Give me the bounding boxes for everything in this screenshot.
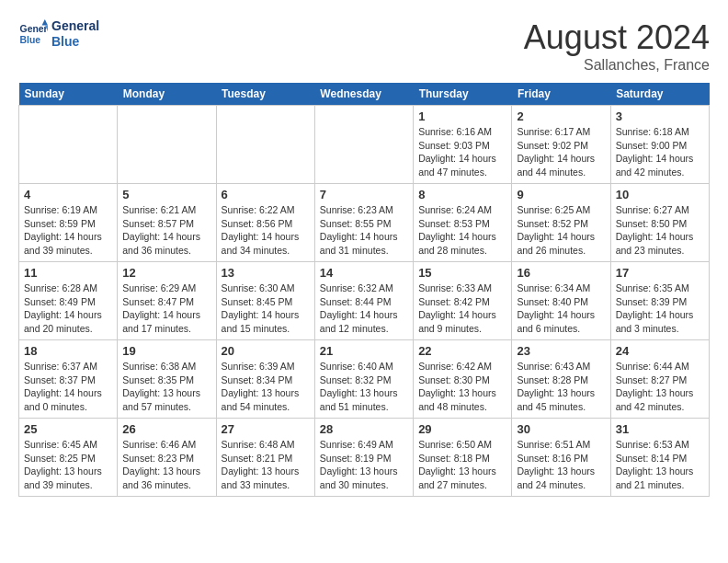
date-number: 5 xyxy=(122,188,210,201)
date-number: 28 xyxy=(320,422,408,436)
cell-info: Sunrise: 6:46 AM Sunset: 8:23 PM Dayligh… xyxy=(122,438,210,492)
cell-info: Sunrise: 6:22 AM Sunset: 8:56 PM Dayligh… xyxy=(222,203,310,258)
calendar-cell: 5Sunrise: 6:21 AM Sunset: 8:57 PM Daylig… xyxy=(118,184,216,262)
calendar-cell xyxy=(19,106,118,184)
cell-info: Sunrise: 6:51 AM Sunset: 8:16 PM Dayligh… xyxy=(517,438,605,492)
calendar-cell: 24Sunrise: 6:44 AM Sunset: 8:27 PM Dayli… xyxy=(610,340,709,419)
date-number: 23 xyxy=(517,344,605,358)
week-row-1: 1Sunrise: 6:16 AM Sunset: 9:03 PM Daylig… xyxy=(19,106,710,184)
calendar-cell: 19Sunrise: 6:38 AM Sunset: 8:35 PM Dayli… xyxy=(118,340,216,419)
cell-info: Sunrise: 6:29 AM Sunset: 8:47 PM Dayligh… xyxy=(122,282,210,336)
cell-info: Sunrise: 6:42 AM Sunset: 8:30 PM Dayligh… xyxy=(418,360,506,414)
cell-info: Sunrise: 6:21 AM Sunset: 8:57 PM Dayligh… xyxy=(122,203,210,258)
date-number: 26 xyxy=(122,422,210,436)
cell-info: Sunrise: 6:44 AM Sunset: 8:27 PM Dayligh… xyxy=(616,360,704,414)
cell-info: Sunrise: 6:24 AM Sunset: 8:53 PM Dayligh… xyxy=(418,203,506,258)
page-title: August 2024 xyxy=(524,18,710,57)
cell-info: Sunrise: 6:16 AM Sunset: 9:03 PM Dayligh… xyxy=(418,125,506,179)
date-number: 27 xyxy=(222,422,310,436)
cell-info: Sunrise: 6:35 AM Sunset: 8:39 PM Dayligh… xyxy=(616,282,704,336)
date-number: 22 xyxy=(418,344,506,358)
date-number: 17 xyxy=(616,266,704,280)
cell-info: Sunrise: 6:25 AM Sunset: 8:52 PM Dayligh… xyxy=(517,203,605,258)
cell-info: Sunrise: 6:23 AM Sunset: 8:55 PM Dayligh… xyxy=(320,203,408,258)
calendar-cell: 25Sunrise: 6:45 AM Sunset: 8:25 PM Dayli… xyxy=(19,419,118,497)
day-headers-row: SundayMondayTuesdayWednesdayThursdayFrid… xyxy=(19,83,710,106)
cell-info: Sunrise: 6:38 AM Sunset: 8:35 PM Dayligh… xyxy=(122,360,210,414)
calendar-cell: 14Sunrise: 6:32 AM Sunset: 8:44 PM Dayli… xyxy=(314,262,413,340)
title-block: August 2024 Sallanches, France xyxy=(524,18,710,74)
calendar-cell: 2Sunrise: 6:17 AM Sunset: 9:02 PM Daylig… xyxy=(512,106,610,184)
date-number: 20 xyxy=(222,344,310,358)
logo-text-general: General xyxy=(51,18,99,34)
date-number: 13 xyxy=(222,266,310,280)
cell-info: Sunrise: 6:49 AM Sunset: 8:19 PM Dayligh… xyxy=(320,438,408,492)
page-header: General Blue General Blue August 2024 Sa… xyxy=(18,18,710,74)
cell-info: Sunrise: 6:18 AM Sunset: 9:00 PM Dayligh… xyxy=(616,125,704,179)
day-header-friday: Friday xyxy=(512,83,610,106)
date-number: 29 xyxy=(418,422,506,436)
date-number: 4 xyxy=(24,188,112,201)
calendar-cell: 6Sunrise: 6:22 AM Sunset: 8:56 PM Daylig… xyxy=(216,184,314,262)
date-number: 30 xyxy=(517,422,605,436)
calendar-cell: 18Sunrise: 6:37 AM Sunset: 8:37 PM Dayli… xyxy=(19,340,118,419)
calendar-cell: 29Sunrise: 6:50 AM Sunset: 8:18 PM Dayli… xyxy=(414,419,512,497)
week-row-4: 18Sunrise: 6:37 AM Sunset: 8:37 PM Dayli… xyxy=(19,340,710,419)
day-header-sunday: Sunday xyxy=(19,83,118,106)
calendar-cell: 3Sunrise: 6:18 AM Sunset: 9:00 PM Daylig… xyxy=(610,106,709,184)
calendar-cell: 13Sunrise: 6:30 AM Sunset: 8:45 PM Dayli… xyxy=(216,262,314,340)
date-number: 9 xyxy=(517,188,605,201)
cell-info: Sunrise: 6:40 AM Sunset: 8:32 PM Dayligh… xyxy=(320,360,408,414)
date-number: 6 xyxy=(222,188,310,201)
calendar-cell: 23Sunrise: 6:43 AM Sunset: 8:28 PM Dayli… xyxy=(512,340,610,419)
cell-info: Sunrise: 6:45 AM Sunset: 8:25 PM Dayligh… xyxy=(24,438,112,492)
cell-info: Sunrise: 6:28 AM Sunset: 8:49 PM Dayligh… xyxy=(24,282,112,336)
week-row-5: 25Sunrise: 6:45 AM Sunset: 8:25 PM Dayli… xyxy=(19,419,710,497)
calendar-cell: 27Sunrise: 6:48 AM Sunset: 8:21 PM Dayli… xyxy=(216,419,314,497)
cell-info: Sunrise: 6:50 AM Sunset: 8:18 PM Dayligh… xyxy=(418,438,506,492)
cell-info: Sunrise: 6:30 AM Sunset: 8:45 PM Dayligh… xyxy=(222,282,310,336)
calendar-cell xyxy=(118,106,216,184)
calendar-cell: 11Sunrise: 6:28 AM Sunset: 8:49 PM Dayli… xyxy=(19,262,118,340)
date-number: 1 xyxy=(418,109,506,123)
date-number: 7 xyxy=(320,188,408,201)
calendar-cell: 26Sunrise: 6:46 AM Sunset: 8:23 PM Dayli… xyxy=(118,419,216,497)
logo-icon: General Blue xyxy=(18,19,48,49)
calendar-cell: 9Sunrise: 6:25 AM Sunset: 8:52 PM Daylig… xyxy=(512,184,610,262)
date-number: 3 xyxy=(616,109,704,123)
svg-text:Blue: Blue xyxy=(20,34,41,44)
date-number: 16 xyxy=(517,266,605,280)
day-header-saturday: Saturday xyxy=(610,83,709,106)
cell-info: Sunrise: 6:19 AM Sunset: 8:59 PM Dayligh… xyxy=(24,203,112,258)
logo: General Blue General Blue xyxy=(18,18,99,50)
calendar-cell: 4Sunrise: 6:19 AM Sunset: 8:59 PM Daylig… xyxy=(19,184,118,262)
calendar-cell xyxy=(216,106,314,184)
date-number: 14 xyxy=(320,266,408,280)
cell-info: Sunrise: 6:32 AM Sunset: 8:44 PM Dayligh… xyxy=(320,282,408,336)
logo-text-blue: Blue xyxy=(51,34,99,50)
cell-info: Sunrise: 6:17 AM Sunset: 9:02 PM Dayligh… xyxy=(517,125,605,179)
calendar-cell: 8Sunrise: 6:24 AM Sunset: 8:53 PM Daylig… xyxy=(414,184,512,262)
date-number: 19 xyxy=(122,344,210,358)
calendar-cell: 17Sunrise: 6:35 AM Sunset: 8:39 PM Dayli… xyxy=(610,262,709,340)
svg-marker-2 xyxy=(42,19,48,25)
calendar-cell: 20Sunrise: 6:39 AM Sunset: 8:34 PM Dayli… xyxy=(216,340,314,419)
date-number: 10 xyxy=(616,188,704,201)
cell-info: Sunrise: 6:43 AM Sunset: 8:28 PM Dayligh… xyxy=(517,360,605,414)
cell-info: Sunrise: 6:33 AM Sunset: 8:42 PM Dayligh… xyxy=(418,282,506,336)
date-number: 2 xyxy=(517,109,605,123)
week-row-2: 4Sunrise: 6:19 AM Sunset: 8:59 PM Daylig… xyxy=(19,184,710,262)
cell-info: Sunrise: 6:48 AM Sunset: 8:21 PM Dayligh… xyxy=(222,438,310,492)
cell-info: Sunrise: 6:37 AM Sunset: 8:37 PM Dayligh… xyxy=(24,360,112,414)
date-number: 31 xyxy=(616,422,704,436)
calendar-cell: 21Sunrise: 6:40 AM Sunset: 8:32 PM Dayli… xyxy=(314,340,413,419)
cell-info: Sunrise: 6:34 AM Sunset: 8:40 PM Dayligh… xyxy=(517,282,605,336)
calendar-table: SundayMondayTuesdayWednesdayThursdayFrid… xyxy=(18,83,710,497)
calendar-cell: 22Sunrise: 6:42 AM Sunset: 8:30 PM Dayli… xyxy=(414,340,512,419)
week-row-3: 11Sunrise: 6:28 AM Sunset: 8:49 PM Dayli… xyxy=(19,262,710,340)
date-number: 18 xyxy=(24,344,112,358)
day-header-wednesday: Wednesday xyxy=(314,83,413,106)
calendar-cell: 7Sunrise: 6:23 AM Sunset: 8:55 PM Daylig… xyxy=(314,184,413,262)
calendar-cell: 1Sunrise: 6:16 AM Sunset: 9:03 PM Daylig… xyxy=(414,106,512,184)
day-header-monday: Monday xyxy=(118,83,216,106)
